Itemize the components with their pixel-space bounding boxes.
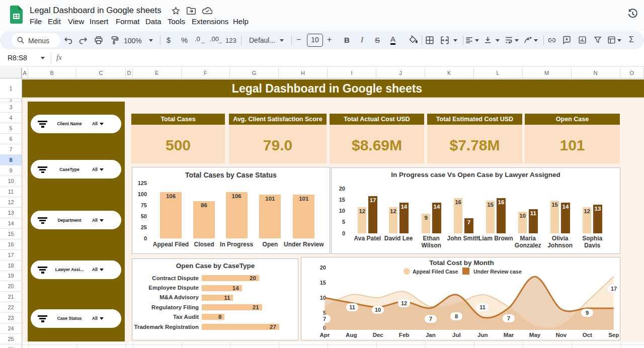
svg-text:A: A (527, 37, 530, 41)
